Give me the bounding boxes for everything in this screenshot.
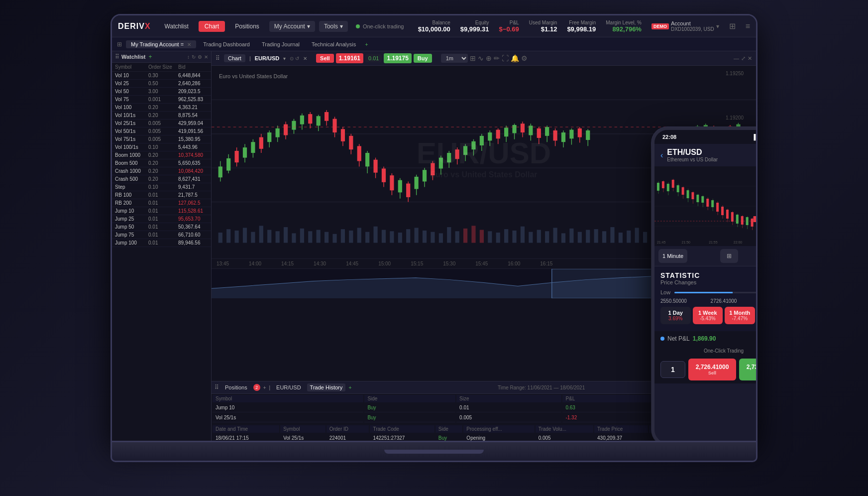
- tab-eurusd[interactable]: EUR/USD: [273, 383, 304, 391]
- watchlist-item[interactable]: Vol 100/1s 0.10 5,443.96: [112, 143, 211, 151]
- svg-rect-80: [259, 137, 263, 149]
- svg-rect-23: [373, 227, 377, 243]
- qty-input[interactable]: [660, 361, 685, 378]
- my-account-btn[interactable]: My Account ▾: [269, 21, 315, 32]
- lh-track: [674, 292, 756, 293]
- svg-rect-27: [406, 229, 410, 243]
- topbar: DERIVX Watchlist Chart Positions My Acco…: [112, 15, 756, 37]
- fullscreen-icon[interactable]: ⛶: [502, 54, 509, 62]
- one-click-dot: [356, 24, 360, 28]
- watchlist-item[interactable]: Jump 10 0.01 115,528.61: [112, 207, 211, 215]
- svg-text:21:50: 21:50: [682, 241, 691, 244]
- chart-pair-separator: ▾: [283, 56, 286, 61]
- candle-type-btn[interactable]: ⊞: [720, 249, 738, 263]
- svg-rect-22: [365, 232, 369, 243]
- back-button[interactable]: ‹: [660, 151, 663, 160]
- nav-positions[interactable]: Positions: [229, 21, 265, 32]
- watchlist-item[interactable]: Vol 10 0.30 6,448,844: [112, 72, 211, 80]
- period-1month[interactable]: 1 Month -7.47%: [725, 307, 755, 324]
- timeframe-select[interactable]: 1m 5m 15m 1h: [441, 54, 468, 63]
- period-1week[interactable]: 1 Week -5.43%: [693, 307, 723, 324]
- watchlist-item[interactable]: Jump 50 0.01 50,367.64: [112, 223, 211, 231]
- svg-rect-41: [521, 227, 525, 243]
- tools-btn[interactable]: Tools ▾: [319, 21, 348, 32]
- nav-watchlist[interactable]: Watchlist: [159, 21, 195, 32]
- sell-trade-btn[interactable]: 2,726.41000 Sell: [688, 359, 736, 380]
- positions-add-icon[interactable]: +: [263, 385, 266, 390]
- sell-button[interactable]: Sell: [316, 54, 334, 63]
- svg-rect-214: [701, 196, 704, 203]
- svg-rect-45: [553, 228, 557, 243]
- alert-icon[interactable]: 🔔: [511, 54, 519, 62]
- tab-close-icon[interactable]: ✕: [187, 42, 191, 47]
- low-high-bar: Low High: [660, 289, 756, 295]
- svg-rect-156: [569, 130, 573, 139]
- watchlist-add-icon[interactable]: +: [149, 53, 152, 60]
- watchlist-item[interactable]: Vol 50 3.00 209,023.5: [112, 88, 211, 96]
- period-1day[interactable]: 1 Day 3.69%: [660, 307, 691, 324]
- chart-tab[interactable]: Chart: [224, 54, 245, 62]
- add-tab-btn[interactable]: +: [365, 41, 368, 47]
- stat-free-margin: Free Margin $9,998.19: [567, 20, 596, 33]
- indicators-icon[interactable]: ∿: [478, 54, 484, 62]
- chart-expand[interactable]: ⤢: [741, 55, 746, 62]
- settings-icon[interactable]: ⚙: [198, 54, 202, 60]
- refresh-icon[interactable]: ↻: [192, 54, 196, 60]
- tab-trading-journal[interactable]: Trading Journal: [257, 40, 305, 48]
- buy-trade-btn[interactable]: 2,731.27000 486.0: [739, 359, 756, 380]
- svg-rect-218: [711, 200, 714, 207]
- tab-trade-history[interactable]: Trade History: [307, 383, 346, 391]
- svg-rect-31: [439, 233, 443, 243]
- watchlist-item[interactable]: RB 200 0.01 127,062.5: [112, 199, 211, 207]
- grid-icon[interactable]: ⊞: [729, 21, 736, 31]
- watchlist-item[interactable]: Jump 75 0.01 66,710.60: [112, 231, 211, 239]
- tab-my-trading-account[interactable]: My Trading Account = ✕: [126, 40, 196, 48]
- account-dropdown-icon[interactable]: ▾: [716, 23, 719, 30]
- tab-positions[interactable]: Positions: [222, 383, 250, 391]
- zoom-icon[interactable]: ⊕: [486, 54, 492, 62]
- watchlist-item[interactable]: Vol 100 0.20 4,363.21: [112, 104, 211, 112]
- watchlist-item[interactable]: Vol 50/1s 0.005 419,091.56: [112, 127, 211, 135]
- watchlist-item[interactable]: Boom 500 0.20 5,650,635: [112, 159, 211, 167]
- buy-button[interactable]: Buy: [414, 54, 432, 63]
- watchlist-item[interactable]: Vol 75/1s 0.005 15,380.95: [112, 135, 211, 143]
- svg-rect-29: [423, 231, 427, 243]
- nav-chart[interactable]: Chart: [199, 21, 225, 32]
- watchlist-item[interactable]: Vol 25/1s 0.005 429,959.04: [112, 120, 211, 127]
- add-trade-tab[interactable]: +: [348, 384, 351, 390]
- tab-technical-analysis[interactable]: Technical Analysis: [307, 40, 361, 48]
- svg-rect-78: [251, 142, 255, 153]
- chart-type-icon[interactable]: ⊞: [470, 54, 476, 62]
- chart-close-icon[interactable]: ✕: [303, 56, 307, 61]
- watchlist-item[interactable]: RB 100 0.01 21,787.5: [112, 191, 211, 199]
- svg-rect-52: [610, 227, 614, 243]
- watchlist-item[interactable]: Vol 75 0.001 962,525.83: [112, 96, 211, 104]
- tf-1min-btn[interactable]: 1 Minute: [658, 249, 687, 263]
- stat-used-margin: Used Margin $1.12: [529, 20, 557, 33]
- chart-settings[interactable]: ⚙: [521, 54, 528, 62]
- svg-rect-9: [259, 226, 263, 243]
- chart-close[interactable]: ✕: [748, 55, 752, 62]
- svg-rect-24: [382, 230, 386, 243]
- watchlist-item[interactable]: Crash 500 0.20 8,627,431: [112, 175, 211, 183]
- tab-trading-dashboard[interactable]: Trading Dashboard: [198, 40, 255, 48]
- watchlist-item[interactable]: Jump 25 0.01 95,653.70: [112, 215, 211, 223]
- sort-icon[interactable]: ↕: [187, 54, 190, 60]
- svg-rect-12: [284, 227, 288, 243]
- watchlist-item[interactable]: Step 0.10 9,431.7: [112, 183, 211, 191]
- svg-rect-138: [496, 130, 500, 139]
- watchlist-item[interactable]: Jump 100 0.01 89,946.56: [112, 239, 211, 247]
- close-panel-icon[interactable]: ✕: [204, 54, 208, 60]
- draw-icon[interactable]: ✏: [494, 54, 500, 62]
- watchlist-item[interactable]: Boom 1000 0.20 10,374,580: [112, 151, 211, 159]
- svg-rect-11: [276, 231, 280, 243]
- amount-box[interactable]: 0.01: [365, 54, 382, 62]
- chart-minimize[interactable]: —: [734, 55, 739, 62]
- svg-rect-10: [267, 230, 271, 243]
- svg-rect-47: [569, 229, 573, 243]
- watchlist-item[interactable]: Crash 1000 0.20 10,084,420: [112, 167, 211, 175]
- watchlist-item[interactable]: Vol 25 0.50 2,640,286: [112, 80, 211, 88]
- svg-rect-56: [643, 232, 647, 243]
- watchlist-item[interactable]: Vol 10/1s 0.20 8,875.54: [112, 112, 211, 120]
- menu-icon[interactable]: ≡: [746, 22, 750, 31]
